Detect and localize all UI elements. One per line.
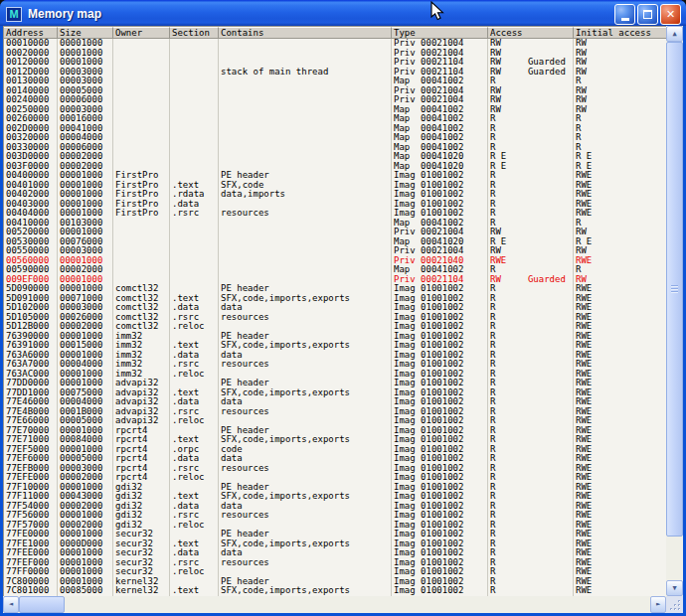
table-row[interactable]: 5D10200000003000comctl32.datadataImag 01… xyxy=(4,303,666,313)
table-row[interactable]: 003F000000002000Map 00041020R ER E xyxy=(4,162,666,172)
table-row[interactable]: 77FE000000001000secur32PE headerImag 010… xyxy=(4,530,666,539)
table-row[interactable]: 003D000000002000Map 00041020R ER E xyxy=(4,152,666,162)
column-header-section[interactable]: Section xyxy=(170,27,219,39)
table-row[interactable]: 0056000000001000Priv 00021040RWERWE xyxy=(4,256,666,266)
cell-size: 00002000 xyxy=(58,162,113,172)
table-row[interactable]: 002D000000041000Map 00041002RR xyxy=(4,124,666,134)
horizontal-scroll-thumb[interactable] xyxy=(19,596,65,613)
column-header-access[interactable]: Access xyxy=(488,27,574,39)
table-row[interactable]: 77FF000000001000secur32.relocImag 010010… xyxy=(4,567,666,577)
table-row[interactable]: 0041000000103000Map 00041002RR xyxy=(4,219,666,229)
vertical-scrollbar[interactable]: ▲ ▼ xyxy=(666,26,683,596)
table-row[interactable]: 77F5700000002000gdi32.relocImag 01001002… xyxy=(4,521,666,531)
table-row[interactable]: 77DD100000075000advapi32.textSFX,code,im… xyxy=(4,388,666,398)
cell-access: RW xyxy=(488,95,574,105)
table-row[interactable]: 0025000000003000Map 00041002RWRW xyxy=(4,105,666,115)
cell-initial: RWE xyxy=(574,332,666,342)
maximize-button[interactable] xyxy=(637,4,658,25)
horizontal-scroll-track[interactable] xyxy=(19,596,650,613)
table-row[interactable]: 763A700000004000imm32.rsrcresourcesImag … xyxy=(4,360,666,370)
column-header-initial[interactable]: Initial access xyxy=(574,27,666,39)
title-bar[interactable]: M Memory map ✕ xyxy=(0,0,686,26)
vertical-scroll-track[interactable] xyxy=(666,42,683,580)
table-row[interactable]: 77FEE00000001000secur32.datadataImag 010… xyxy=(4,548,666,558)
table-row[interactable]: 77F1000000001000gdi32PE headerImag 01001… xyxy=(4,483,666,493)
table-row[interactable]: 77E6600000005000advapi32.relocImag 01001… xyxy=(4,416,666,426)
table-row[interactable]: 77E4600000004000advapi32.datadataImag 01… xyxy=(4,397,666,407)
table-row[interactable]: 0013000000003000Map 00041002RR xyxy=(4,77,666,86)
table-row[interactable]: 0040100000001000FirstPro.textSFX,codeIma… xyxy=(4,181,666,191)
table-row[interactable]: 77EF500000001000rpcrt4.orpccodeImag 0100… xyxy=(4,445,666,455)
table-row[interactable]: 0059000000002000Map 00041002RR xyxy=(4,265,666,275)
table-row[interactable]: 77EFB00000003000rpcrt4.rsrcresourcesImag… xyxy=(4,464,666,474)
cell-address: 77F10000 xyxy=(4,483,58,493)
resize-grip[interactable] xyxy=(666,596,683,613)
table-row[interactable]: 763AC00000001000imm32.relocImag 01001002… xyxy=(4,370,666,380)
cell-owner xyxy=(113,49,170,59)
table-row[interactable]: 0001000000001000Priv 00021004RWRW xyxy=(4,39,666,49)
table-row[interactable]: 0040400000001000FirstPro.rsrcresourcesIm… xyxy=(4,209,666,219)
table-row[interactable]: 77F5600000001000gdi32.rsrcresourcesImag … xyxy=(4,511,666,521)
cell-contains: SFX,code,imports,exports xyxy=(219,586,392,596)
table-row[interactable]: 0052000000001000Priv 00021004RWRW xyxy=(4,228,666,237)
table-row[interactable]: 77F1100000043000gdi32.textSFX,code,impor… xyxy=(4,492,666,502)
minimize-button[interactable] xyxy=(614,4,635,25)
cell-section: .text xyxy=(170,341,219,351)
table-row[interactable]: 7639100000015000imm32.textSFX,code,impor… xyxy=(4,341,666,351)
table-row[interactable]: 0026000000016000Map 00041002RR xyxy=(4,114,666,124)
vertical-scroll-thumb[interactable] xyxy=(666,42,683,537)
scroll-right-button[interactable]: ► xyxy=(650,596,666,613)
scroll-down-button[interactable]: ▼ xyxy=(666,580,683,596)
column-header-type[interactable]: Type xyxy=(392,27,488,39)
table-row[interactable]: 0040200000001000FirstPro.rdatadata,impor… xyxy=(4,190,666,200)
table-row[interactable]: 0002000000001000Priv 00021004RWRW xyxy=(4,49,666,59)
table-row[interactable]: 77DD000000001000advapi32PE headerImag 01… xyxy=(4,379,666,388)
table-row[interactable]: 7C80100000085000kernel32.textSFX,code,im… xyxy=(4,586,666,596)
table-row[interactable]: 7639000000001000imm32PE headerImag 01001… xyxy=(4,332,666,342)
table-row[interactable]: 7C80000000001000kernel32PE headerImag 01… xyxy=(4,577,666,587)
cell-type: Imag 01001002 xyxy=(392,548,488,558)
cell-owner xyxy=(113,219,170,229)
scroll-left-button[interactable]: ◄ xyxy=(3,596,19,613)
table-row[interactable]: 0032000000004000Map 00041002RR xyxy=(4,133,666,143)
scroll-up-button[interactable]: ▲ xyxy=(666,26,683,42)
table-row[interactable]: 77E7000000001000rpcrt4PE headerImag 0100… xyxy=(4,426,666,436)
table-row[interactable]: 0053000000076000Map 00041020R ER E xyxy=(4,237,666,247)
table-row[interactable]: 0012000000001000Priv 00021104RW GuardedR… xyxy=(4,58,666,68)
table-row[interactable]: 0055000000003000Priv 00021004RWRW xyxy=(4,246,666,256)
close-button[interactable]: ✕ xyxy=(660,4,681,25)
table-row[interactable]: 0024000000006000Priv 00021004RWRW xyxy=(4,95,666,105)
table-row[interactable]: 77FEF00000001000secur32.rsrcresourcesIma… xyxy=(4,558,666,568)
table-row[interactable]: 77FE10000000D000secur32.textSFX,code,imp… xyxy=(4,539,666,549)
table-row[interactable]: 77EFE00000002000rpcrt4.relocImag 0100100… xyxy=(4,473,666,483)
table-row[interactable]: 0014000000005000Priv 00021004RWRW xyxy=(4,86,666,96)
table-row[interactable]: 0012D00000003000stack of main threadPriv… xyxy=(4,68,666,77)
table-row[interactable]: 77EF600000005000rpcrt4.datadataImag 0100… xyxy=(4,454,666,464)
table-row[interactable]: 0040300000001000FirstPro.dataImag 010010… xyxy=(4,200,666,210)
table-row[interactable]: 77F5400000002000gdi32.datadataImag 01001… xyxy=(4,502,666,512)
column-header-address[interactable]: Address xyxy=(4,27,58,39)
table-row[interactable]: 5D10500000026000comctl32.rsrcresourcesIm… xyxy=(4,313,666,323)
table-row[interactable]: 77E7100000084000rpcrt4.textSFX,code,impo… xyxy=(4,435,666,445)
cell-initial: RWE xyxy=(574,303,666,313)
table-row[interactable]: 763A600000001000imm32.datadataImag 01001… xyxy=(4,351,666,361)
cell-type: Imag 01001002 xyxy=(392,530,488,539)
cell-initial: RWE xyxy=(574,322,666,332)
cell-section: .reloc xyxy=(170,322,219,332)
table-row[interactable]: 0033000000006000Map 00041002RR xyxy=(4,143,666,153)
column-header-size[interactable]: Size xyxy=(58,27,113,39)
table-row[interactable]: 0040000000001000FirstProPE headerImag 01… xyxy=(4,171,666,181)
cell-contains xyxy=(219,124,392,134)
cell-owner xyxy=(113,68,170,77)
table-row[interactable]: 009EF00000001000Priv 00021104RW GuardedR… xyxy=(4,275,666,285)
cell-access: R xyxy=(488,265,574,275)
column-header-contains[interactable]: Contains xyxy=(219,27,392,39)
column-header-owner[interactable]: Owner xyxy=(113,27,170,39)
table-row[interactable]: 5D09000000001000comctl32PE headerImag 01… xyxy=(4,284,666,294)
cell-section: .text xyxy=(170,294,219,304)
table-row[interactable]: 5D12B00000002000comctl32.relocImag 01001… xyxy=(4,322,666,332)
cell-initial: RWE xyxy=(574,284,666,294)
table-row[interactable]: 5D09100000071000comctl32.textSFX,code,im… xyxy=(4,294,666,304)
table-row[interactable]: 77E4B0000001B000advapi32.rsrcresourcesIm… xyxy=(4,407,666,417)
horizontal-scrollbar[interactable]: ◄ ► xyxy=(3,596,666,613)
